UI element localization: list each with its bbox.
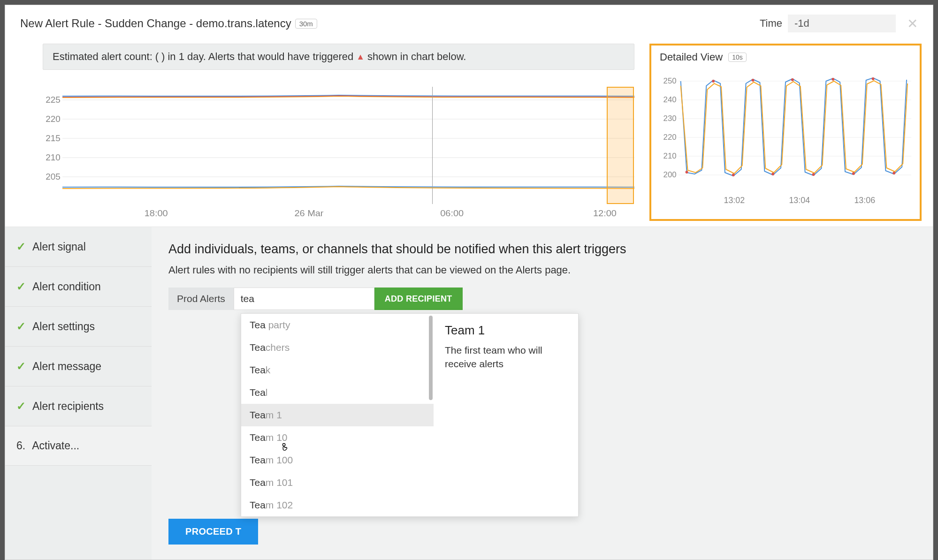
svg-text:220: 220 bbox=[46, 114, 61, 123]
dropdown-item[interactable]: Team 102 bbox=[241, 494, 434, 516]
modal-header: New Alert Rule - Sudden Change - demo.tr… bbox=[5, 5, 933, 38]
detail-title: Detailed View bbox=[660, 51, 723, 63]
svg-text:18:00: 18:00 bbox=[145, 208, 168, 218]
svg-point-37 bbox=[852, 172, 855, 175]
svg-text:26 Mar: 26 Mar bbox=[294, 208, 324, 218]
svg-text:215: 215 bbox=[46, 133, 61, 143]
alert-count-banner: Estimated alert count: () in 1 day. Aler… bbox=[43, 44, 634, 70]
svg-point-30 bbox=[712, 80, 715, 83]
dropdown-detail: Team 1 The first team who will receive a… bbox=[434, 314, 578, 516]
detailed-view-panel: Detailed View 10s 250 240 bbox=[649, 44, 922, 221]
step-alert-recipients[interactable]: ✓ Alert recipients bbox=[5, 386, 152, 426]
svg-text:210: 210 bbox=[46, 152, 61, 162]
svg-text:250: 250 bbox=[663, 76, 677, 85]
chart-row: Estimated alert count: () in 1 day. Aler… bbox=[5, 38, 933, 227]
content-heading: Add individuals, teams, or channels that… bbox=[168, 242, 916, 257]
check-icon: ✓ bbox=[16, 360, 26, 373]
svg-point-38 bbox=[872, 77, 875, 80]
svg-text:13:02: 13:02 bbox=[724, 196, 745, 205]
dd-detail-title: Team 1 bbox=[445, 323, 567, 338]
step-alert-settings[interactable]: ✓ Alert settings bbox=[5, 307, 152, 347]
svg-text:240: 240 bbox=[663, 95, 677, 104]
svg-text:220: 220 bbox=[663, 133, 677, 142]
svg-text:200: 200 bbox=[663, 170, 677, 179]
svg-point-34 bbox=[791, 78, 794, 81]
step-alert-condition[interactable]: ✓ Alert condition bbox=[5, 267, 152, 307]
modal-title: New Alert Rule - Sudden Change - demo.tr… bbox=[20, 17, 291, 30]
proceed-button[interactable]: PROCEED T bbox=[168, 519, 258, 545]
dropdown-item[interactable]: Team 101 bbox=[241, 471, 434, 494]
time-label: Time bbox=[760, 17, 782, 30]
chart-highlight-window bbox=[607, 87, 634, 204]
check-icon: ✓ bbox=[16, 320, 26, 333]
add-recipient-button[interactable]: ADD RECIPIENT bbox=[374, 288, 463, 310]
svg-text:13:06: 13:06 bbox=[854, 196, 875, 205]
svg-text:13:04: 13:04 bbox=[789, 196, 810, 205]
svg-text:06:00: 06:00 bbox=[440, 208, 464, 218]
triangle-icon: ▲ bbox=[356, 52, 365, 62]
check-icon: ✓ bbox=[16, 240, 26, 253]
tag-prod-alerts[interactable]: Prod Alerts bbox=[168, 288, 234, 310]
svg-point-32 bbox=[752, 79, 755, 82]
dropdown-item[interactable]: Team 1 bbox=[241, 404, 434, 426]
svg-text:12:00: 12:00 bbox=[593, 208, 617, 218]
recipient-dropdown: Tea party Teachers Teak Teal Team 1 Team… bbox=[241, 313, 579, 517]
svg-text:230: 230 bbox=[663, 114, 677, 123]
badge-30m: 30m bbox=[295, 19, 317, 29]
svg-point-39 bbox=[892, 172, 895, 174]
recipients-content: Add individuals, teams, or channels that… bbox=[152, 227, 933, 560]
lower-section: ✓ Alert signal ✓ Alert condition ✓ Alert… bbox=[5, 227, 933, 560]
scrollbar[interactable] bbox=[429, 316, 433, 400]
chart-cursor-line bbox=[432, 87, 433, 204]
dropdown-item[interactable]: Teak bbox=[241, 359, 434, 381]
time-input[interactable] bbox=[788, 15, 896, 32]
detail-chart[interactable]: 250 240 230 220 210 200 13:02 13:04 13:0… bbox=[660, 67, 911, 208]
close-icon[interactable]: ✕ bbox=[907, 16, 918, 31]
svg-point-36 bbox=[831, 78, 834, 81]
badge-10s: 10s bbox=[728, 53, 747, 62]
content-sub: Alert rules with no recipients will stil… bbox=[168, 264, 916, 276]
step-activate[interactable]: 6. Activate... bbox=[5, 426, 152, 466]
main-chart[interactable]: 225 220 215 210 205 18:00 26 Mar 06:00 1… bbox=[43, 76, 634, 221]
svg-text:225: 225 bbox=[46, 95, 61, 104]
steps-sidebar: ✓ Alert signal ✓ Alert condition ✓ Alert… bbox=[5, 227, 152, 560]
svg-point-33 bbox=[771, 173, 774, 175]
dropdown-list[interactable]: Tea party Teachers Teak Teal Team 1 Team… bbox=[241, 314, 434, 516]
dropdown-item[interactable]: Team 10 bbox=[241, 426, 434, 449]
svg-text:210: 210 bbox=[663, 151, 677, 160]
dropdown-item[interactable]: Teal bbox=[241, 381, 434, 404]
dropdown-item[interactable]: Team 100 bbox=[241, 449, 434, 471]
dropdown-item[interactable]: Tea party bbox=[241, 314, 434, 336]
svg-point-31 bbox=[732, 174, 735, 176]
svg-point-35 bbox=[812, 173, 815, 176]
check-icon: ✓ bbox=[16, 280, 26, 293]
recipient-row: Prod Alerts ADD RECIPIENT bbox=[168, 288, 916, 310]
step-alert-message[interactable]: ✓ Alert message bbox=[5, 347, 152, 386]
svg-point-29 bbox=[686, 171, 688, 174]
dd-detail-desc: The first team who will receive alerts bbox=[445, 343, 567, 371]
step-alert-signal[interactable]: ✓ Alert signal bbox=[5, 227, 152, 267]
check-icon: ✓ bbox=[16, 400, 26, 413]
dropdown-item[interactable]: Teachers bbox=[241, 336, 434, 359]
svg-text:205: 205 bbox=[46, 172, 61, 181]
alert-rule-modal: New Alert Rule - Sudden Change - demo.tr… bbox=[5, 5, 933, 560]
recipient-search-input[interactable] bbox=[234, 288, 374, 310]
